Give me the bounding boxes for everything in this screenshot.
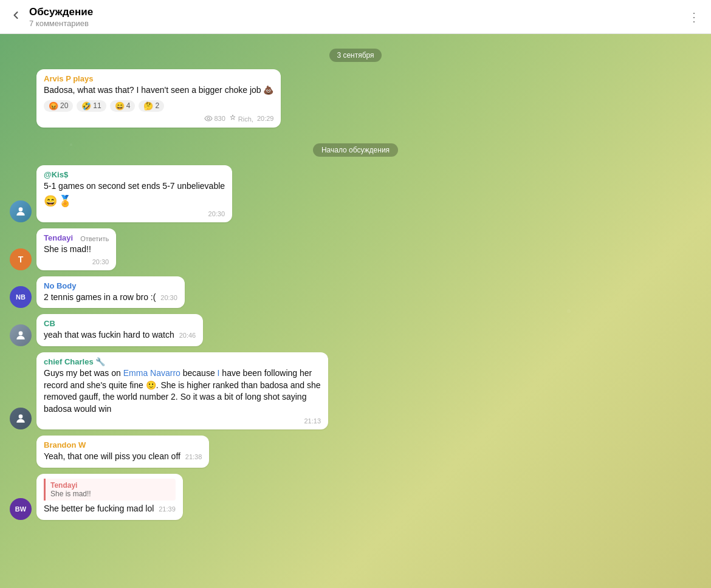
back-button[interactable] — [10, 9, 22, 24]
message-row: CB yeah that was fuckin hard to watch 20… — [10, 314, 701, 346]
message-bubble: No Body 2 tennis games in a row bro :( 2… — [36, 276, 185, 309]
reaction-item[interactable]: 🤣11 — [77, 100, 106, 112]
reply-button[interactable]: Ответить — [80, 235, 109, 242]
messages-area: Arvis P plays Badosa, what was that? I h… — [0, 69, 711, 524]
quote-sender: Tendayi — [50, 481, 171, 490]
message-row: Brandon W Yeah, that one will piss you c… — [10, 436, 701, 468]
avatar: NB — [10, 286, 32, 308]
reaction-item[interactable]: 🤔2 — [139, 100, 164, 112]
svg-point-1 — [19, 208, 23, 212]
sender-name: @Kis$ — [44, 170, 225, 179]
message-row: @Kis$ 5-1 games on second set ends 5-7 u… — [10, 165, 701, 223]
message-row: T Tendayi Ответить She is mad!! 20:30 — [10, 228, 701, 270]
message-text: yeah that was fuckin hard to watch 20:46 — [44, 329, 196, 341]
sender-name: Tendayi — [44, 233, 73, 242]
message-row: chief Charles 🔧 Guys my bet was on Emma … — [10, 352, 701, 429]
comment-count: 7 комментариев — [29, 19, 688, 28]
message-bubble: @Kis$ 5-1 games on second set ends 5-7 u… — [36, 165, 232, 223]
page-title: Обсуждение — [29, 6, 688, 18]
message-meta: 830 Rich, 20:29 — [44, 114, 273, 123]
menu-button[interactable]: ⋮ — [688, 10, 701, 24]
reaction-item[interactable]: 😄4 — [110, 100, 136, 112]
message-time: 20:30 — [92, 258, 109, 265]
message-text: 5-1 games on second set ends 5-7 unbelie… — [44, 180, 225, 193]
header: Обсуждение 7 комментариев ⋮ — [0, 0, 711, 34]
message-text: Guys my bet was on Emma Navarro because … — [44, 368, 321, 415]
message-row: Arvis P plays Badosa, what was that? I h… — [10, 69, 701, 128]
message-text: Yeah, that one will piss you clean off 2… — [44, 451, 202, 463]
message-meta: 20:30 — [44, 210, 225, 217]
discussion-start-badge: Начало обсуждения — [10, 143, 701, 157]
emoji-reactions: 😄 🏅 — [44, 194, 225, 208]
date-label: 3 сентября — [329, 49, 381, 62]
message-text: She is mad!! — [44, 244, 109, 256]
chat-background: 3 сентября Arvis P plays Badosa, what wa… — [0, 34, 711, 588]
sender-name: Arvis P plays — [44, 74, 273, 83]
message-bubble: chief Charles 🔧 Guys my bet was on Emma … — [36, 352, 328, 429]
sender-name: No Body — [44, 281, 177, 290]
view-count: 830 — [204, 115, 225, 122]
svg-point-0 — [207, 117, 210, 120]
discussion-label: Начало обсуждения — [313, 143, 398, 157]
sender-name: CB — [44, 319, 196, 328]
message-text: 2 tennis games in a row bro :( 20:30 — [44, 292, 177, 304]
message-row: BW Tendayi She is mad!! She better be fu… — [10, 474, 701, 520]
header-info: Обсуждение 7 комментариев — [29, 6, 688, 28]
avatar: BW — [10, 498, 32, 520]
message-time: 21:13 — [304, 417, 321, 425]
message-bubble: Brandon W Yeah, that one will piss you c… — [36, 436, 209, 468]
message-time: 20:30 — [208, 210, 225, 217]
pin-info: Rich, — [229, 114, 253, 123]
message-time: 20:29 — [257, 115, 274, 122]
message-bubble: CB yeah that was fuckin hard to watch 20… — [36, 314, 203, 346]
reaction-item[interactable]: 😡20 — [44, 100, 73, 112]
date-separator: 3 сентября — [0, 49, 711, 62]
message-meta: 20:30 — [44, 258, 109, 265]
svg-point-2 — [19, 331, 23, 335]
avatar — [10, 408, 32, 429]
avatar: T — [10, 248, 32, 270]
avatar — [10, 324, 32, 346]
quote-text: She is mad!! — [50, 490, 171, 498]
message-bubble: Arvis P plays Badosa, what was that? I h… — [36, 69, 281, 128]
message-text: Badosa, what was that? I haven't seen a … — [44, 84, 273, 97]
message-row: NB No Body 2 tennis games in a row bro :… — [10, 276, 701, 309]
message-bubble: Tendayi Ответить She is mad!! 20:30 — [36, 228, 116, 270]
avatar — [10, 200, 32, 222]
reactions: 😡20 🤣11 😄4 🤔2 — [44, 100, 273, 112]
sender-name: chief Charles 🔧 — [44, 357, 321, 366]
sender-name: Brandon W — [44, 440, 202, 450]
message-bubble: Tendayi She is mad!! She better be fucki… — [36, 474, 183, 520]
reply-quote: Tendayi She is mad!! — [44, 479, 176, 501]
svg-point-3 — [19, 415, 23, 419]
message-meta: 21:13 — [44, 417, 321, 425]
message-text: She better be fucking mad lol 21:39 — [44, 503, 176, 515]
